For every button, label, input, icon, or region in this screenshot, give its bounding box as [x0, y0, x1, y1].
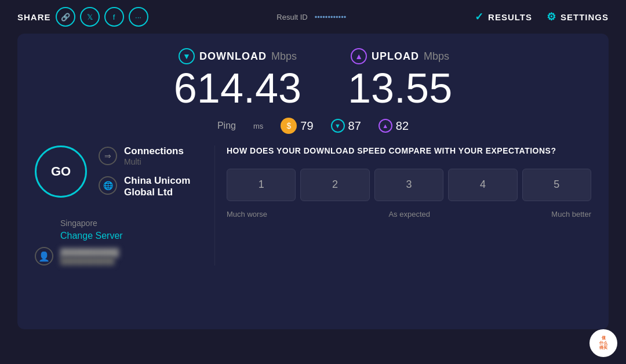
jitter-down-value: 87: [348, 119, 361, 133]
change-server-button[interactable]: Change Server: [60, 231, 123, 241]
go-button-area: GO ⇒ Connections Multi 🌐 China Unicom: [35, 145, 197, 207]
ping-unit: ms: [253, 122, 263, 130]
isp-title: China Unicom: [124, 175, 190, 187]
settings-label: SETTINGS: [561, 12, 609, 22]
jitter-up-item: ▲ 82: [378, 119, 409, 133]
upload-title: UPLOAD: [372, 50, 419, 63]
user-name: ███████████: [60, 248, 119, 257]
result-id-value: ••••••••••••: [315, 13, 347, 21]
rating-labels: Much worse As expected Much better: [227, 210, 591, 219]
connections-title: Connections: [124, 145, 184, 157]
jitter-down-icon: ▼: [331, 119, 345, 133]
rating-btn-3[interactable]: 3: [374, 169, 443, 201]
jitter-down-item: ▼ 87: [331, 119, 361, 133]
user-icon: 👤: [35, 247, 53, 265]
jitter-up-icon: ▲: [378, 119, 392, 133]
rating-btn-2[interactable]: 2: [300, 169, 369, 201]
download-arrow-icon: ▼: [179, 48, 195, 64]
facebook-icon[interactable]: f: [104, 7, 124, 27]
go-button[interactable]: GO: [35, 145, 87, 198]
rating-buttons: 1 2 3 4 5: [227, 169, 591, 201]
user-info: ███████████ ███████████: [60, 248, 119, 265]
ping-value-item: $ 79: [281, 118, 313, 134]
user-sub: ███████████: [60, 257, 119, 265]
rating-label-expected: As expected: [388, 210, 430, 219]
upload-block: ▲ UPLOAD Mbps 13.55: [348, 48, 452, 109]
connections-icon: ⇒: [99, 147, 117, 165]
speed-section: ▼ DOWNLOAD Mbps 614.43 ▲ UPLOAD Mbps 13.…: [35, 48, 591, 109]
result-id-section: Result ID ••••••••••••: [276, 12, 346, 21]
download-unit: Mbps: [271, 50, 297, 63]
upload-label-row: ▲ UPLOAD Mbps: [348, 48, 452, 64]
watermark-text: 值什么得买: [599, 336, 607, 350]
comparison-section: HOW DOES YOUR DOWNLOAD SPEED COMPARE WIT…: [214, 145, 591, 265]
server-location: Singapore: [60, 219, 197, 228]
right-nav: ✓ RESULTS ⚙ SETTINGS: [475, 10, 609, 23]
share-section: SHARE 🔗 𝕏 f ···: [17, 7, 148, 27]
ping-row: Ping ms $ 79 ▼ 87 ▲ 82: [35, 118, 591, 134]
upload-value: 13.55: [348, 67, 452, 109]
watermark: 值什么得买: [589, 329, 617, 357]
user-row: 👤 ███████████ ███████████: [35, 247, 197, 265]
connections-text: Connections Multi: [124, 145, 184, 166]
result-id-label: Result ID: [276, 13, 307, 21]
upload-arrow-icon: ▲: [351, 48, 367, 64]
isp-row: 🌐 China Unicom Global Ltd: [99, 175, 197, 198]
link-icon[interactable]: 🔗: [56, 7, 75, 27]
more-icon[interactable]: ···: [129, 7, 148, 27]
settings-icon: ⚙: [547, 10, 556, 23]
ping-coin-icon: $: [281, 118, 297, 134]
top-bar: SHARE 🔗 𝕏 f ··· Result ID •••••••••••• ✓…: [0, 0, 626, 34]
rating-btn-5[interactable]: 5: [522, 169, 591, 201]
rating-btn-4[interactable]: 4: [448, 169, 517, 201]
upload-unit: Mbps: [424, 50, 449, 63]
rating-label-better: Much better: [551, 210, 591, 219]
download-label-row: ▼ DOWNLOAD Mbps: [174, 48, 301, 64]
ping-label: Ping: [217, 121, 236, 131]
connections-row: ⇒ Connections Multi: [99, 145, 197, 166]
comparison-title: HOW DOES YOUR DOWNLOAD SPEED COMPARE WIT…: [227, 145, 591, 157]
connections-sub: Multi: [124, 157, 184, 166]
download-title: DOWNLOAD: [199, 50, 267, 63]
share-label: SHARE: [17, 12, 51, 22]
rating-btn-1[interactable]: 1: [227, 169, 296, 201]
server-info: GO ⇒ Connections Multi 🌐 China Unicom: [35, 145, 197, 265]
jitter-up-value: 82: [396, 119, 409, 133]
main-card: ▼ DOWNLOAD Mbps 614.43 ▲ UPLOAD Mbps 13.…: [17, 34, 609, 329]
rating-label-worse: Much worse: [227, 210, 267, 219]
settings-nav[interactable]: ⚙ SETTINGS: [547, 10, 609, 23]
results-icon: ✓: [475, 10, 484, 23]
results-label: RESULTS: [488, 12, 532, 22]
bottom-section: GO ⇒ Connections Multi 🌐 China Unicom: [35, 145, 591, 265]
ping-value: 79: [300, 119, 313, 133]
server-details: ⇒ Connections Multi 🌐 China Unicom Globa…: [99, 145, 197, 207]
isp-text: China Unicom Global Ltd: [124, 175, 190, 198]
results-nav[interactable]: ✓ RESULTS: [475, 10, 532, 23]
download-value: 614.43: [174, 67, 301, 109]
twitter-icon[interactable]: 𝕏: [80, 7, 100, 27]
isp-sub: Global Ltd: [124, 187, 190, 198]
isp-icon: 🌐: [99, 176, 117, 195]
download-block: ▼ DOWNLOAD Mbps 614.43: [174, 48, 301, 109]
